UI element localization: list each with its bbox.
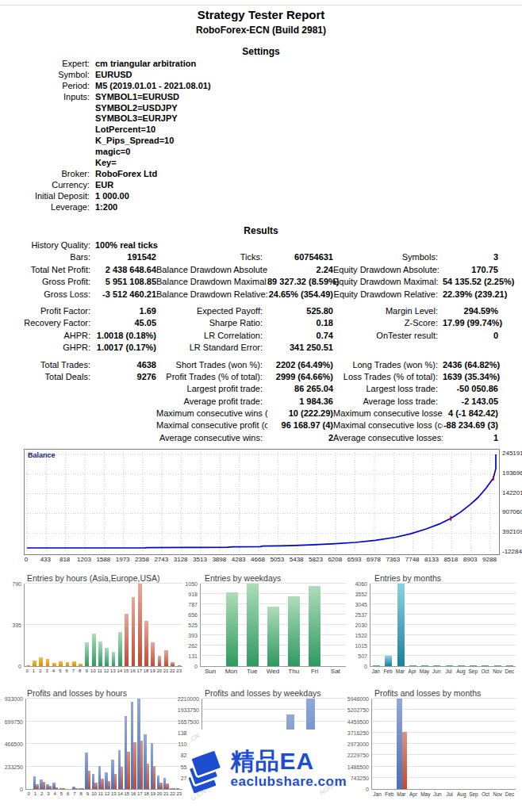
ytick-label: 5202750: [347, 707, 369, 713]
ytick-label: 2973000: [347, 741, 369, 747]
bar-slot: [372, 699, 384, 789]
bar-slot: [104, 699, 110, 789]
result-value: 86 265.04: [267, 383, 333, 395]
bar-slot: [395, 584, 407, 666]
watermark-brand: 精品EA: [231, 749, 347, 774]
results-group: Profit Factor:1.69Expected Payoff:525.80…: [0, 305, 498, 354]
settings-value: 1:200: [95, 202, 117, 213]
result-label: Balance Drawdown Maximal:: [156, 276, 267, 288]
xtick-label: May: [418, 667, 430, 676]
balance-xtick-label: 8518: [440, 556, 461, 563]
xtick-label: 19: [149, 667, 155, 676]
bar-slot: [38, 584, 44, 666]
bar-slot: [110, 584, 117, 666]
result-value: 191542: [95, 251, 156, 263]
bar-slot: [325, 584, 346, 666]
xtick-label: Nov: [492, 790, 504, 799]
losses-bar: [88, 771, 90, 789]
ytick-label: 0: [366, 787, 369, 792]
results-row: Gross Profit:5 951 108.85Balance Drawdow…: [0, 276, 498, 288]
ytick-label: 1050: [185, 581, 198, 587]
losses-bar: [121, 767, 123, 789]
result-label: Maximum consecutive wins ($):: [156, 408, 267, 419]
xtick-label: 2: [39, 790, 45, 799]
settings-row: Inputs:SYMBOL1=EURUSD: [0, 92, 211, 103]
xtick-label: 15: [123, 667, 129, 676]
result-label: LR Correlation:: [156, 330, 267, 342]
settings-row: Key=: [0, 158, 211, 169]
result-label: Maximum consecutive losses ($):: [333, 408, 443, 419]
losses-bar: [133, 742, 136, 789]
bar-slot: [46, 699, 52, 789]
result-value: 0.18: [267, 317, 333, 329]
xtick-label: Thu: [283, 667, 304, 676]
balance-xtick-label: 3898: [209, 556, 229, 563]
result-value: 294.59%: [443, 305, 498, 317]
settings-label: Broker:: [0, 169, 95, 180]
byhours-xaxis: 01234567891011121314151617181920212223: [24, 667, 182, 676]
entries-bar: [26, 665, 30, 666]
xtick-label: 13: [109, 667, 116, 676]
losses-bar: [147, 764, 149, 789]
result-label: [0, 419, 95, 431]
result-value: 1 984.36: [267, 396, 333, 408]
result-value: 89 327.32 (8.59%): [267, 276, 333, 288]
byhours-bars: [25, 584, 182, 666]
settings-label: [0, 147, 95, 158]
bar-slot: [467, 584, 479, 666]
entries-bar: [151, 642, 155, 666]
settings-value: 1 000.00: [95, 191, 129, 202]
ytick-label: 395: [12, 622, 21, 628]
bar-slot: [136, 584, 143, 666]
result-label: Sharpe Ratio:: [156, 317, 267, 329]
losses-bar: [140, 741, 143, 789]
result-label: Symbols:: [333, 251, 443, 263]
xtick-label: 12: [103, 667, 109, 676]
balance-xtick-label: 4668: [248, 556, 268, 563]
xtick-label: 10: [90, 667, 96, 676]
watermark: 精品EA eaclubshare.com .CNG.CNNGOF: [187, 730, 347, 809]
result-label: Expected Payoff:: [156, 305, 267, 317]
balance-xtick-label: 5823: [305, 556, 326, 563]
byweekdays-plot: [200, 584, 346, 667]
xtick-label: Jan: [371, 790, 383, 799]
xtick-label: Feb: [383, 790, 395, 799]
ytick-label: 918: [188, 592, 198, 597]
result-value: 2999 (64.66%): [267, 371, 333, 383]
ytick-label: 525: [188, 622, 198, 628]
result-value: 170.75: [443, 264, 498, 276]
result-label: Balance Drawdown Relative:: [156, 289, 267, 301]
byweekdays-bars: [201, 584, 346, 666]
result-value: 1: [443, 432, 498, 444]
entries-bar: [33, 661, 36, 666]
result-value: 2: [267, 432, 333, 444]
results-row: GHPR:1.0017 (0.17%)LR Standard Error:341…: [0, 342, 498, 354]
result-label: Long Trades (won %):: [333, 359, 443, 371]
results-row: Total Net Profit:2 438 648.64Balance Dra…: [0, 264, 498, 276]
ytick-label: 2210000: [178, 696, 199, 702]
result-value: [95, 419, 156, 431]
xtick-label: Mar: [394, 667, 406, 676]
results-heading: Results: [0, 225, 522, 236]
result-value: -50 050.86: [443, 383, 498, 395]
balance-xtick-label: 8903: [460, 556, 481, 563]
bar-slot: [370, 584, 382, 666]
settings-value: magic=0: [95, 147, 130, 158]
bar-slot: [91, 699, 98, 789]
settings-label: Inputs:: [0, 92, 95, 103]
xtick-label: 14: [117, 790, 124, 799]
bar-slot: [443, 699, 455, 789]
bymonths-xaxis: JanFebMarAprMayJunJulAugSepOctNovDec: [370, 667, 516, 676]
xtick-label: Sun: [200, 667, 221, 676]
losses-bar: [101, 779, 103, 789]
xtick-label: 0: [24, 667, 30, 676]
bar-slot: [44, 584, 51, 666]
report-subtitle: RoboForex-ECN (Build 2981): [0, 25, 522, 36]
bar-slot: [384, 699, 396, 789]
bar-slot: [419, 584, 431, 666]
ytick-label: 1657500: [178, 719, 199, 725]
ytick-label: 933000: [5, 696, 23, 702]
ytick-label: 2229750: [347, 753, 369, 758]
losses-bar: [173, 788, 175, 789]
losses-bar: [62, 788, 64, 789]
